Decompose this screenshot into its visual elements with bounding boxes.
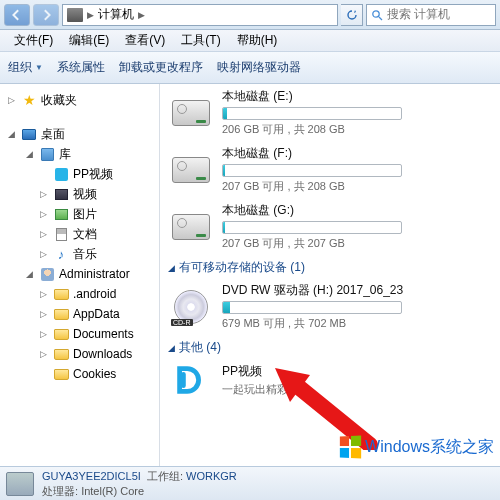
content-pane: 本地磁盘 (E:) 206 GB 可用 , 共 208 GB 本地磁盘 (F:)… [160, 84, 500, 466]
star-icon: ★ [21, 93, 37, 107]
sidebar-item-label: PP视频 [73, 166, 113, 183]
capacity-bar [222, 107, 402, 120]
sidebar-item-label: 收藏夹 [41, 92, 77, 109]
collapse-arrow-icon: ◢ [168, 343, 175, 353]
sidebar-item-label: 图片 [73, 206, 97, 223]
group-label: 其他 (4) [179, 339, 221, 356]
sidebar-android[interactable]: ▷.android [0, 284, 159, 304]
sidebar-item-label: Downloads [73, 347, 132, 361]
sidebar-lib-video[interactable]: ▷视频 [0, 184, 159, 204]
sidebar-desktop[interactable]: ◢桌面 [0, 124, 159, 144]
sidebar-item-label: AppData [73, 307, 120, 321]
drive-stats: 679 MB 可用 , 共 702 MB [222, 316, 500, 331]
address-bar[interactable]: ▶ 计算机 ▶ [62, 4, 338, 26]
drive-name: 本地磁盘 (E:) [222, 88, 500, 105]
other-sub: 一起玩出精彩 [222, 382, 500, 397]
drive-dvd[interactable]: CD-R DVD RW 驱动器 (H:) 2017_06_23 679 MB 可… [170, 282, 500, 331]
group-removable[interactable]: ◢有可移动存储的设备 (1) [168, 259, 500, 276]
capacity-bar [222, 164, 402, 177]
sidebar-item-label: 视频 [73, 186, 97, 203]
sidebar-lib-pp[interactable]: PP视频 [0, 164, 159, 184]
drive-name: DVD RW 驱动器 (H:) 2017_06_23 [222, 282, 500, 299]
dvd-icon: CD-R [170, 289, 212, 325]
menu-help[interactable]: 帮助(H) [229, 30, 286, 51]
menubar: 文件(F) 编辑(E) 查看(V) 工具(T) 帮助(H) [0, 30, 500, 52]
desktop-icon [21, 127, 37, 141]
user-icon [39, 267, 55, 281]
watermark: Windows系统之家 [339, 436, 494, 458]
sidebar-downloads[interactable]: ▷Downloads [0, 344, 159, 364]
folder-icon [53, 367, 69, 381]
expand-arrow-icon: ▷ [40, 189, 49, 199]
sidebar-lib-documents[interactable]: ▷文档 [0, 224, 159, 244]
drive-stats: 207 GB 可用 , 共 207 GB [222, 236, 500, 251]
folder-icon [53, 327, 69, 341]
windows-logo-icon [340, 435, 361, 458]
sidebar-item-label: 桌面 [41, 126, 65, 143]
expand-arrow-icon: ▷ [8, 95, 17, 105]
menu-edit[interactable]: 编辑(E) [61, 30, 117, 51]
search-icon [371, 9, 383, 21]
cpu-value: Intel(R) Core [81, 485, 144, 497]
svg-point-0 [373, 10, 379, 16]
organize-button[interactable]: 组织▼ [8, 59, 43, 76]
drive-f[interactable]: 本地磁盘 (F:) 207 GB 可用 , 共 208 GB [170, 145, 500, 194]
sidebar-item-label: 文档 [73, 226, 97, 243]
documents-icon [53, 227, 69, 241]
breadcrumb-location[interactable]: 计算机 [98, 6, 134, 23]
search-input[interactable]: 搜索 计算机 [366, 4, 496, 26]
drive-name: 本地磁盘 (F:) [222, 145, 500, 162]
sidebar-item-label: 库 [59, 146, 71, 163]
drive-stats: 206 GB 可用 , 共 208 GB [222, 122, 500, 137]
system-properties-button[interactable]: 系统属性 [57, 59, 105, 76]
capacity-bar [222, 221, 402, 234]
sidebar-appdata[interactable]: ▷AppData [0, 304, 159, 324]
sidebar-documents[interactable]: ▷Documents [0, 324, 159, 344]
capacity-bar [222, 301, 402, 314]
folder-icon [53, 347, 69, 361]
statusbar: GUYA3YEE2DICL5I 工作组: WORKGR 处理器: Intel(R… [0, 466, 500, 500]
other-ppvideo[interactable]: PP视频 一起玩出精彩 [170, 362, 500, 398]
sidebar-libraries[interactable]: ◢库 [0, 144, 159, 164]
titlebar: ▶ 计算机 ▶ 搜索 计算机 [0, 0, 500, 30]
drive-g[interactable]: 本地磁盘 (G:) 207 GB 可用 , 共 207 GB [170, 202, 500, 251]
menu-view[interactable]: 查看(V) [117, 30, 173, 51]
computer-name: GUYA3YEE2DICL5I [42, 470, 141, 482]
hdd-icon [170, 209, 212, 245]
expand-arrow-icon: ▷ [40, 289, 49, 299]
back-button[interactable] [4, 4, 30, 26]
menu-tools[interactable]: 工具(T) [173, 30, 228, 51]
toolbar: 组织▼ 系统属性 卸载或更改程序 映射网络驱动器 [0, 52, 500, 84]
collapse-arrow-icon: ◢ [26, 149, 35, 159]
search-placeholder: 搜索 计算机 [387, 6, 450, 23]
folder-icon [53, 307, 69, 321]
sidebar-lib-pictures[interactable]: ▷图片 [0, 204, 159, 224]
drive-e[interactable]: 本地磁盘 (E:) 206 GB 可用 , 共 208 GB [170, 88, 500, 137]
sidebar-item-label: Documents [73, 327, 134, 341]
cd-label: CD-R [171, 319, 193, 326]
menu-file[interactable]: 文件(F) [6, 30, 61, 51]
sidebar-lib-music[interactable]: ▷♪音乐 [0, 244, 159, 264]
breadcrumb-sep-icon: ▶ [87, 10, 94, 20]
refresh-button[interactable] [341, 4, 363, 26]
watermark-text: Windows系统之家 [365, 437, 494, 458]
computer-icon [67, 8, 83, 22]
sidebar-cookies[interactable]: Cookies [0, 364, 159, 384]
sidebar-favorites[interactable]: ▷★收藏夹 [0, 90, 159, 110]
expand-arrow-icon: ▷ [40, 209, 49, 219]
forward-button[interactable] [33, 4, 59, 26]
workgroup-label: 工作组: [147, 470, 183, 482]
map-network-drive-button[interactable]: 映射网络驱动器 [217, 59, 301, 76]
breadcrumb-sep-icon: ▶ [138, 10, 145, 20]
expand-arrow-icon: ▷ [40, 249, 49, 259]
cpu-label: 处理器: [42, 485, 78, 497]
group-label: 有可移动存储的设备 (1) [179, 259, 305, 276]
group-other[interactable]: ◢其他 (4) [168, 339, 500, 356]
collapse-arrow-icon: ◢ [26, 269, 35, 279]
uninstall-programs-button[interactable]: 卸载或更改程序 [119, 59, 203, 76]
workgroup-value: WORKGR [186, 470, 237, 482]
sidebar-administrator[interactable]: ◢Administrator [0, 264, 159, 284]
expand-arrow-icon: ▷ [40, 349, 49, 359]
expand-arrow-icon: ▷ [40, 309, 49, 319]
sidebar-item-label: Administrator [59, 267, 130, 281]
